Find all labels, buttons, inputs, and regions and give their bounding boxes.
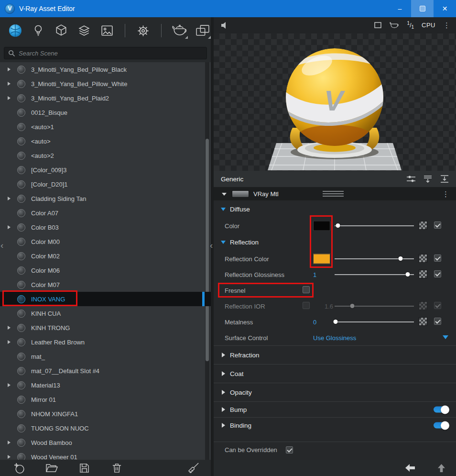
diffuse-color-slider[interactable]	[335, 218, 414, 233]
enable-checkbox[interactable]	[434, 302, 441, 309]
expand-arrow-icon[interactable]	[8, 197, 15, 200]
engine-label[interactable]: CPU	[422, 22, 435, 29]
teapot-preview-icon[interactable]	[389, 21, 400, 29]
list-item[interactable]: KINH TRONG	[0, 321, 211, 335]
list-item[interactable]: Leather Red Brown	[0, 335, 211, 349]
list-item[interactable]: 3_Minotti_Yang_Bed_Plaid2	[0, 91, 211, 105]
list-item[interactable]: Color M07	[0, 277, 211, 292]
enable-checkbox[interactable]	[434, 270, 441, 277]
list-item[interactable]: <auto>	[0, 134, 211, 148]
up-button[interactable]	[437, 464, 445, 473]
slider-handle[interactable]	[405, 272, 410, 277]
expand-arrow-icon[interactable]	[8, 383, 15, 387]
metalness-slider[interactable]	[335, 314, 414, 330]
tab-settings[interactable]	[135, 22, 151, 39]
expand-arrow-icon[interactable]	[8, 96, 15, 100]
tab-materials[interactable]	[8, 22, 23, 39]
tab-geometries[interactable]	[54, 22, 69, 39]
list-item[interactable]: 0012_Bisque	[0, 105, 211, 120]
list-item[interactable]: KINH CUA	[0, 306, 211, 321]
section-diffuse[interactable]: Diffuse	[214, 200, 456, 218]
purge-button[interactable]	[186, 461, 200, 475]
list-item[interactable]: Material13	[0, 378, 211, 392]
section-bump[interactable]: Bump	[214, 401, 456, 417]
list-item[interactable]: NHOM XINGFA1	[0, 407, 211, 421]
collapse-window-arrow[interactable]: ‹	[0, 241, 3, 250]
list-item[interactable]: mat_07__Default Slot #4	[0, 364, 211, 378]
list-item[interactable]: mat_	[0, 349, 211, 364]
kebab-menu-icon[interactable]: ⋮	[443, 22, 450, 29]
search-box[interactable]	[4, 47, 207, 59]
bump-toggle[interactable]	[434, 407, 448, 413]
fresnel-checkbox[interactable]	[303, 286, 310, 293]
material-library-button[interactable]	[172, 22, 188, 39]
texture-slot-button[interactable]	[419, 301, 427, 310]
enable-checkbox[interactable]	[434, 255, 441, 262]
param-value[interactable]: 1.6	[325, 302, 333, 310]
texture-slot-button[interactable]	[419, 254, 427, 263]
list-item[interactable]: <auto>2	[0, 148, 211, 163]
ior-slider[interactable]	[335, 298, 414, 314]
section-refraction[interactable]: Refraction	[214, 345, 456, 364]
list-item[interactable]: Cladding Siding Tan	[0, 191, 211, 206]
maximize-button[interactable]	[411, 0, 434, 17]
list-item[interactable]: Color M00	[0, 234, 211, 249]
chevron-down-icon[interactable]	[443, 335, 448, 339]
minimize-button[interactable]: –	[389, 0, 411, 17]
speaker-icon[interactable]	[220, 21, 229, 30]
binding-toggle[interactable]	[434, 422, 448, 429]
override-checkbox[interactable]	[286, 446, 293, 454]
back-button[interactable]	[405, 464, 415, 472]
section-opacity[interactable]: Opacity	[214, 383, 456, 401]
slider-handle[interactable]	[336, 223, 340, 228]
expand-arrow-icon[interactable]	[8, 82, 15, 86]
search-input[interactable]	[19, 50, 203, 57]
list-item[interactable]: Wood Bamboo	[0, 435, 211, 450]
list-item[interactable]: Wood Veneer 01	[0, 450, 211, 460]
section-coat[interactable]: Coat	[214, 364, 456, 383]
preview-ratio[interactable]: 1/1	[407, 21, 414, 30]
texture-slot-button[interactable]	[419, 270, 427, 278]
add-asset-button[interactable]	[12, 461, 26, 475]
open-folder-button[interactable]	[45, 461, 58, 475]
kebab-menu-icon[interactable]: ⋮	[442, 190, 449, 198]
section-binding[interactable]: Binding	[214, 417, 456, 433]
list-item[interactable]: Color A07	[0, 206, 211, 220]
list-item[interactable]: Color B03	[0, 220, 211, 234]
param-value[interactable]: 0	[313, 318, 316, 325]
expand-arrow-icon[interactable]	[8, 67, 15, 71]
expand-arrow-icon[interactable]	[8, 455, 15, 459]
expand-arrow-icon[interactable]	[8, 340, 15, 344]
delete-button[interactable]	[110, 461, 123, 475]
material-type-row[interactable]: VRay Mtl ⋮	[214, 188, 456, 200]
section-reflection[interactable]: Reflection	[214, 233, 456, 251]
frame-buffer-button[interactable]	[195, 22, 211, 39]
collapse-all-icon[interactable]	[440, 175, 449, 183]
slider-handle[interactable]	[398, 256, 402, 261]
glossiness-slider[interactable]	[335, 266, 414, 282]
enable-checkbox[interactable]	[434, 221, 441, 229]
save-button[interactable]	[77, 461, 91, 475]
sliders-icon[interactable]	[406, 175, 416, 183]
list-item[interactable]: INOX VANG	[0, 292, 211, 306]
expand-arrow-icon[interactable]	[8, 441, 15, 444]
enable-checkbox[interactable]	[434, 318, 441, 325]
float-preview-icon[interactable]	[374, 22, 381, 28]
list-item[interactable]: 3_Minotti_Yang_Bed_Pillow_White	[0, 77, 211, 91]
list-item[interactable]: Color M06	[0, 263, 211, 277]
texture-slot-button[interactable]	[419, 221, 427, 230]
list-item[interactable]: [Color_D20]1	[0, 177, 211, 191]
reflection-color-swatch[interactable]	[313, 254, 330, 264]
list-item[interactable]: [Color_009]3	[0, 163, 211, 177]
expand-arrow-icon[interactable]	[8, 326, 15, 330]
tab-render-elements[interactable]	[99, 22, 115, 39]
texture-slot-button[interactable]	[419, 317, 427, 326]
list-item[interactable]: 3_Minotti_Yang_Bed_Pillow_Black	[0, 62, 211, 77]
slider-handle[interactable]	[333, 320, 337, 324]
surface-control-dropdown[interactable]: Use Glossiness	[313, 334, 356, 341]
slider-handle[interactable]	[350, 304, 354, 308]
close-button[interactable]: ✕	[434, 0, 456, 17]
diffuse-color-swatch[interactable]	[313, 221, 330, 231]
list-item[interactable]: <auto>1	[0, 120, 211, 134]
ior-enable-checkbox[interactable]	[303, 302, 310, 309]
